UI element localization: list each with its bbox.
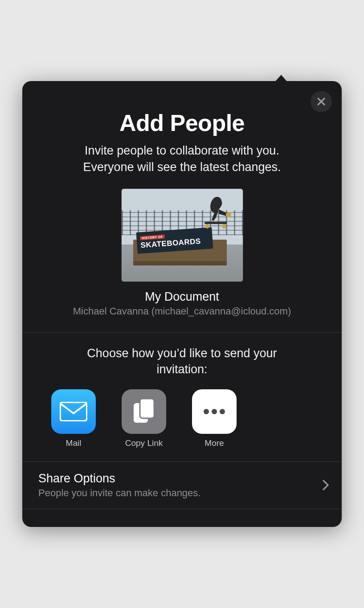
- document-preview: HISTORY OF SKATEBOARDS My Document Micha…: [22, 188, 342, 332]
- method-mail[interactable]: Mail: [48, 389, 99, 448]
- share-options-texts: Share Options People you invite can make…: [38, 472, 200, 499]
- popover-subtitle: Invite people to collaborate with you. E…: [62, 143, 302, 175]
- share-options-row[interactable]: Share Options People you invite can make…: [22, 462, 342, 509]
- methods-prompt: Choose how you’d like to send your invit…: [44, 345, 320, 389]
- svg-point-9: [220, 409, 225, 414]
- more-icon: [192, 389, 237, 434]
- mail-icon: [51, 389, 96, 434]
- popover-title: Add People: [62, 110, 302, 136]
- close-button[interactable]: [311, 91, 332, 112]
- document-title: My Document: [22, 290, 342, 304]
- document-thumbnail: HISTORY OF SKATEBOARDS: [121, 188, 243, 282]
- invitation-methods: Choose how you’d like to send your invit…: [22, 333, 342, 461]
- svg-point-8: [212, 409, 217, 414]
- popover-header: Add People Invite people to collaborate …: [22, 81, 342, 188]
- method-more[interactable]: More: [189, 389, 240, 448]
- close-icon: [317, 97, 326, 106]
- add-people-popover: Add People Invite people to collaborate …: [22, 81, 342, 527]
- share-options-description: People you invite can make changes.: [38, 487, 200, 499]
- svg-rect-6: [140, 399, 154, 418]
- method-copy-link-label: Copy Link: [125, 438, 163, 448]
- svg-point-1: [205, 224, 209, 229]
- method-copy-link[interactable]: Copy Link: [119, 389, 169, 448]
- svg-point-7: [204, 409, 209, 414]
- document-owner: Michael Cavanna (michael_cavanna@icloud.…: [22, 306, 342, 317]
- share-options-title: Share Options: [38, 472, 200, 486]
- chevron-right-icon: [322, 479, 329, 491]
- method-more-label: More: [204, 438, 224, 448]
- thumbnail-skater: [201, 194, 233, 230]
- svg-rect-0: [204, 222, 227, 224]
- copy-link-icon: [122, 389, 166, 434]
- divider: [22, 509, 342, 509]
- method-mail-label: Mail: [66, 438, 82, 448]
- svg-point-3: [226, 212, 231, 217]
- svg-point-2: [222, 224, 226, 229]
- svg-rect-4: [60, 402, 87, 421]
